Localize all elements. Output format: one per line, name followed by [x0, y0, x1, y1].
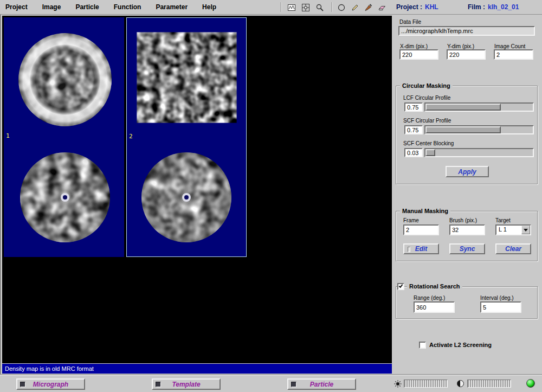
range-field[interactable]: [414, 301, 455, 313]
center-blocking-thumb[interactable]: [425, 149, 435, 156]
image-count-label: Image Count: [494, 43, 525, 49]
target-dropdown-value: L 1: [499, 226, 507, 233]
apply-button-label: Apply: [458, 168, 476, 176]
frame-1-images[interactable]: [4, 17, 124, 257]
eraser-tool-icon[interactable]: [377, 2, 387, 12]
center-blocking-slider[interactable]: [424, 148, 534, 157]
rotational-search-title: Rotational Search: [407, 283, 462, 290]
menubar: Project Image Particle Function Paramete…: [0, 0, 542, 15]
crosshair-icon[interactable]: [300, 2, 311, 12]
scf-value-field[interactable]: [404, 125, 423, 134]
frame-2-number: 2: [129, 133, 133, 140]
film-indicator: Film : klh_02_01: [468, 0, 519, 14]
frame-2-images[interactable]: [127, 18, 246, 256]
lcf-slider-thumb[interactable]: [425, 104, 501, 111]
rotational-search-checkbox[interactable]: [397, 283, 404, 290]
data-file-label: Data File: [399, 19, 421, 25]
ellipse-tool-icon[interactable]: [336, 2, 346, 12]
template-frame-2-selected[interactable]: 2: [126, 17, 247, 257]
contrast-icon: [457, 380, 464, 387]
menu-list: Project Image Particle Function Paramete…: [5, 0, 216, 14]
lcf-value-field[interactable]: [404, 102, 423, 112]
micrograph-button-label: Micrograph: [33, 381, 68, 388]
menu-project[interactable]: Project: [5, 3, 28, 11]
l2-screening-label: Activate L2 Screening: [429, 342, 492, 348]
data-file-field[interactable]: [398, 26, 535, 36]
target-dropdown-button[interactable]: [521, 226, 530, 234]
xdim-label: X-dim (pix.): [400, 43, 428, 49]
template-button-label: Template: [172, 381, 200, 388]
frame-2-center-dot: [184, 195, 189, 200]
image-count-field[interactable]: [494, 49, 533, 60]
particle-button[interactable]: Particle: [287, 378, 356, 390]
l2-screening-checkbox[interactable]: [419, 342, 426, 349]
brush-tool-icon[interactable]: [363, 2, 373, 12]
template-toggle-indicator: [156, 382, 161, 387]
center-blocking-field[interactable]: [404, 148, 423, 157]
lcf-slider[interactable]: [424, 102, 534, 112]
clear-button[interactable]: Clear: [495, 243, 531, 254]
menu-particle[interactable]: Particle: [75, 3, 99, 11]
rotational-search-group: Range (deg.) Interval (deg.): [396, 286, 538, 319]
profile-icon[interactable]: [286, 2, 296, 12]
magnifier-icon[interactable]: [314, 2, 325, 12]
clear-button-label: Clear: [505, 245, 521, 253]
scf-profile-label: SCF Circular Profile: [403, 118, 451, 124]
target-label: Target: [495, 217, 511, 223]
menu-parameter[interactable]: Parameter: [156, 3, 188, 11]
control-panel: Data File X-dim (pix.) Y-dim (pix.) Imag…: [393, 15, 542, 375]
circular-masking-title: Circular Masking: [400, 82, 453, 89]
lcf-profile-label: LCF Circular Profile: [403, 95, 450, 101]
toolbar-separator: [281, 2, 282, 12]
sync-button[interactable]: Sync: [449, 243, 485, 254]
manual-masking-group: Manual Masking Frame Brush (pix.) Target…: [396, 211, 538, 261]
edit-toggle-indicator: [408, 247, 410, 252]
project-indicator: Project : KHL: [396, 0, 438, 14]
template-frame-1[interactable]: 1: [4, 17, 124, 257]
frame-label: Frame: [403, 217, 419, 223]
circular-masking-group: Circular Masking LCF Circular Profile SC…: [396, 86, 538, 184]
menu-function[interactable]: Function: [114, 3, 141, 11]
center-blocking-label: SCF Center Blocking: [403, 140, 454, 146]
brush-field[interactable]: [449, 224, 485, 235]
micrograph-toggle-indicator: [20, 382, 25, 387]
pencil-tool-icon[interactable]: [350, 2, 360, 12]
status-bar: Density map is in old MRC format: [2, 364, 392, 374]
check-icon: [399, 284, 403, 288]
target-dropdown[interactable]: L 1: [495, 224, 531, 235]
status-message: Density map is in old MRC format: [5, 365, 94, 372]
sync-button-label: Sync: [460, 245, 475, 253]
frame-field[interactable]: [403, 224, 439, 235]
ydim-label: Y-dim (pix.): [447, 43, 474, 49]
ydim-field[interactable]: [447, 49, 486, 60]
particle-button-label: Particle: [310, 381, 333, 388]
template-button[interactable]: Template: [152, 378, 221, 390]
bottom-toolbar: Micrograph Template Particle: [0, 375, 542, 392]
xdim-field[interactable]: [399, 49, 438, 60]
micrograph-button[interactable]: Micrograph: [16, 378, 85, 390]
brush-label: Brush (pix.): [449, 217, 477, 223]
chevron-down-icon: [524, 229, 528, 232]
project-label: Project :: [396, 3, 422, 11]
interval-label: Interval (deg.): [480, 295, 514, 301]
frame-1-center-dot: [63, 195, 67, 200]
range-label: Range (deg.): [414, 295, 445, 301]
contrast-slider[interactable]: [467, 380, 511, 388]
frame-2-raw-image: [137, 32, 237, 123]
interval-field[interactable]: [480, 301, 521, 313]
frame-1-number: 1: [6, 132, 10, 139]
menu-image[interactable]: Image: [42, 3, 61, 11]
brightness-slider[interactable]: [404, 380, 448, 388]
edit-button[interactable]: Edit: [403, 243, 439, 254]
brightness-icon: [394, 380, 402, 388]
scf-slider[interactable]: [424, 125, 534, 134]
edit-button-label: Edit: [415, 245, 428, 253]
menu-help[interactable]: Help: [202, 3, 216, 11]
particle-toggle-indicator: [291, 382, 296, 387]
scf-slider-thumb[interactable]: [425, 126, 501, 133]
film-label: Film :: [468, 3, 485, 11]
film-value: klh_02_01: [488, 3, 519, 11]
apply-button[interactable]: Apply: [446, 166, 489, 177]
manual-masking-title: Manual Masking: [400, 208, 450, 214]
image-canvas[interactable]: 1 2: [2, 16, 392, 363]
